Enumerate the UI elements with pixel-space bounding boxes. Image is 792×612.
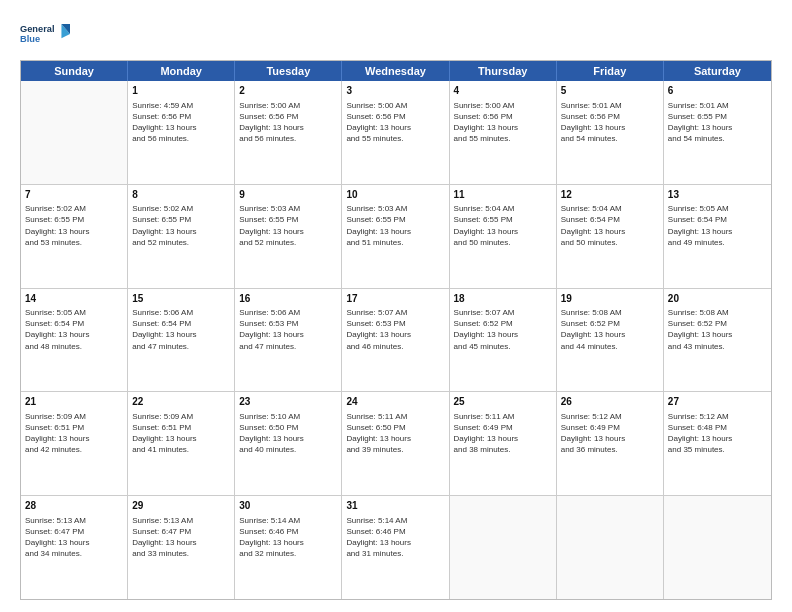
day-info: Sunrise: 5:09 AM Sunset: 6:51 PM Dayligh…: [25, 411, 123, 456]
calendar-cell: 13Sunrise: 5:05 AM Sunset: 6:54 PM Dayli…: [664, 185, 771, 288]
day-number: 7: [25, 188, 123, 202]
calendar-body: 1Sunrise: 4:59 AM Sunset: 6:56 PM Daylig…: [21, 81, 771, 599]
calendar-week: 28Sunrise: 5:13 AM Sunset: 6:47 PM Dayli…: [21, 496, 771, 599]
day-number: 13: [668, 188, 767, 202]
day-number: 27: [668, 395, 767, 409]
calendar-cell: 3Sunrise: 5:00 AM Sunset: 6:56 PM Daylig…: [342, 81, 449, 184]
calendar-cell: 23Sunrise: 5:10 AM Sunset: 6:50 PM Dayli…: [235, 392, 342, 495]
day-number: 19: [561, 292, 659, 306]
svg-text:Blue: Blue: [20, 34, 40, 44]
calendar-cell: 27Sunrise: 5:12 AM Sunset: 6:48 PM Dayli…: [664, 392, 771, 495]
day-info: Sunrise: 5:13 AM Sunset: 6:47 PM Dayligh…: [132, 515, 230, 560]
calendar-cell: 15Sunrise: 5:06 AM Sunset: 6:54 PM Dayli…: [128, 289, 235, 392]
day-info: Sunrise: 5:00 AM Sunset: 6:56 PM Dayligh…: [346, 100, 444, 145]
day-info: Sunrise: 5:01 AM Sunset: 6:55 PM Dayligh…: [668, 100, 767, 145]
calendar-cell: 8Sunrise: 5:02 AM Sunset: 6:55 PM Daylig…: [128, 185, 235, 288]
calendar-week: 7Sunrise: 5:02 AM Sunset: 6:55 PM Daylig…: [21, 185, 771, 289]
day-info: Sunrise: 5:05 AM Sunset: 6:54 PM Dayligh…: [668, 203, 767, 248]
calendar-cell: 21Sunrise: 5:09 AM Sunset: 6:51 PM Dayli…: [21, 392, 128, 495]
calendar-header-cell: Wednesday: [342, 61, 449, 81]
calendar-cell: 19Sunrise: 5:08 AM Sunset: 6:52 PM Dayli…: [557, 289, 664, 392]
calendar-cell: 25Sunrise: 5:11 AM Sunset: 6:49 PM Dayli…: [450, 392, 557, 495]
calendar-cell: 14Sunrise: 5:05 AM Sunset: 6:54 PM Dayli…: [21, 289, 128, 392]
calendar-cell: 22Sunrise: 5:09 AM Sunset: 6:51 PM Dayli…: [128, 392, 235, 495]
calendar-cell: 18Sunrise: 5:07 AM Sunset: 6:52 PM Dayli…: [450, 289, 557, 392]
calendar-cell: 2Sunrise: 5:00 AM Sunset: 6:56 PM Daylig…: [235, 81, 342, 184]
calendar-container: SundayMondayTuesdayWednesdayThursdayFrid…: [20, 60, 772, 600]
day-number: 2: [239, 84, 337, 98]
calendar-header-cell: Thursday: [450, 61, 557, 81]
calendar-header-cell: Saturday: [664, 61, 771, 81]
calendar-cell: 26Sunrise: 5:12 AM Sunset: 6:49 PM Dayli…: [557, 392, 664, 495]
day-info: Sunrise: 5:12 AM Sunset: 6:49 PM Dayligh…: [561, 411, 659, 456]
calendar-week: 21Sunrise: 5:09 AM Sunset: 6:51 PM Dayli…: [21, 392, 771, 496]
header: General Blue: [20, 16, 772, 52]
day-info: Sunrise: 5:00 AM Sunset: 6:56 PM Dayligh…: [454, 100, 552, 145]
day-number: 24: [346, 395, 444, 409]
day-info: Sunrise: 5:13 AM Sunset: 6:47 PM Dayligh…: [25, 515, 123, 560]
calendar-cell: 10Sunrise: 5:03 AM Sunset: 6:55 PM Dayli…: [342, 185, 449, 288]
day-info: Sunrise: 5:08 AM Sunset: 6:52 PM Dayligh…: [668, 307, 767, 352]
day-number: 12: [561, 188, 659, 202]
day-info: Sunrise: 5:06 AM Sunset: 6:53 PM Dayligh…: [239, 307, 337, 352]
calendar-header-cell: Friday: [557, 61, 664, 81]
calendar-week: 1Sunrise: 4:59 AM Sunset: 6:56 PM Daylig…: [21, 81, 771, 185]
day-info: Sunrise: 5:08 AM Sunset: 6:52 PM Dayligh…: [561, 307, 659, 352]
logo-svg: General Blue: [20, 16, 70, 52]
day-info: Sunrise: 5:07 AM Sunset: 6:53 PM Dayligh…: [346, 307, 444, 352]
day-info: Sunrise: 5:09 AM Sunset: 6:51 PM Dayligh…: [132, 411, 230, 456]
day-info: Sunrise: 5:04 AM Sunset: 6:54 PM Dayligh…: [561, 203, 659, 248]
day-info: Sunrise: 5:07 AM Sunset: 6:52 PM Dayligh…: [454, 307, 552, 352]
day-number: 11: [454, 188, 552, 202]
day-number: 8: [132, 188, 230, 202]
calendar-cell: 4Sunrise: 5:00 AM Sunset: 6:56 PM Daylig…: [450, 81, 557, 184]
calendar-cell: 28Sunrise: 5:13 AM Sunset: 6:47 PM Dayli…: [21, 496, 128, 599]
calendar-cell: 1Sunrise: 4:59 AM Sunset: 6:56 PM Daylig…: [128, 81, 235, 184]
calendar-cell: 31Sunrise: 5:14 AM Sunset: 6:46 PM Dayli…: [342, 496, 449, 599]
calendar-cell: [664, 496, 771, 599]
calendar-cell: 9Sunrise: 5:03 AM Sunset: 6:55 PM Daylig…: [235, 185, 342, 288]
day-info: Sunrise: 5:01 AM Sunset: 6:56 PM Dayligh…: [561, 100, 659, 145]
calendar-cell: 11Sunrise: 5:04 AM Sunset: 6:55 PM Dayli…: [450, 185, 557, 288]
calendar-cell: 17Sunrise: 5:07 AM Sunset: 6:53 PM Dayli…: [342, 289, 449, 392]
calendar-cell: [557, 496, 664, 599]
day-info: Sunrise: 5:10 AM Sunset: 6:50 PM Dayligh…: [239, 411, 337, 456]
day-number: 14: [25, 292, 123, 306]
day-info: Sunrise: 5:11 AM Sunset: 6:50 PM Dayligh…: [346, 411, 444, 456]
calendar-cell: 6Sunrise: 5:01 AM Sunset: 6:55 PM Daylig…: [664, 81, 771, 184]
calendar-cell: 20Sunrise: 5:08 AM Sunset: 6:52 PM Dayli…: [664, 289, 771, 392]
calendar-cell: 29Sunrise: 5:13 AM Sunset: 6:47 PM Dayli…: [128, 496, 235, 599]
day-number: 10: [346, 188, 444, 202]
calendar-header: SundayMondayTuesdayWednesdayThursdayFrid…: [21, 61, 771, 81]
calendar-cell: 24Sunrise: 5:11 AM Sunset: 6:50 PM Dayli…: [342, 392, 449, 495]
day-number: 23: [239, 395, 337, 409]
day-info: Sunrise: 5:14 AM Sunset: 6:46 PM Dayligh…: [239, 515, 337, 560]
day-number: 5: [561, 84, 659, 98]
day-number: 18: [454, 292, 552, 306]
calendar-cell: 12Sunrise: 5:04 AM Sunset: 6:54 PM Dayli…: [557, 185, 664, 288]
day-number: 26: [561, 395, 659, 409]
day-info: Sunrise: 5:06 AM Sunset: 6:54 PM Dayligh…: [132, 307, 230, 352]
day-number: 25: [454, 395, 552, 409]
page: General Blue SundayMondayTuesdayWednesda…: [0, 0, 792, 612]
day-info: Sunrise: 5:11 AM Sunset: 6:49 PM Dayligh…: [454, 411, 552, 456]
day-number: 6: [668, 84, 767, 98]
day-number: 1: [132, 84, 230, 98]
day-number: 20: [668, 292, 767, 306]
calendar-cell: 5Sunrise: 5:01 AM Sunset: 6:56 PM Daylig…: [557, 81, 664, 184]
day-number: 31: [346, 499, 444, 513]
day-info: Sunrise: 5:03 AM Sunset: 6:55 PM Dayligh…: [239, 203, 337, 248]
day-number: 4: [454, 84, 552, 98]
day-number: 30: [239, 499, 337, 513]
day-info: Sunrise: 5:12 AM Sunset: 6:48 PM Dayligh…: [668, 411, 767, 456]
day-info: Sunrise: 5:03 AM Sunset: 6:55 PM Dayligh…: [346, 203, 444, 248]
day-info: Sunrise: 5:14 AM Sunset: 6:46 PM Dayligh…: [346, 515, 444, 560]
calendar-cell: 7Sunrise: 5:02 AM Sunset: 6:55 PM Daylig…: [21, 185, 128, 288]
day-number: 17: [346, 292, 444, 306]
calendar-header-cell: Sunday: [21, 61, 128, 81]
calendar-cell: [450, 496, 557, 599]
calendar-cell: 30Sunrise: 5:14 AM Sunset: 6:46 PM Dayli…: [235, 496, 342, 599]
day-number: 22: [132, 395, 230, 409]
calendar-header-cell: Monday: [128, 61, 235, 81]
day-number: 29: [132, 499, 230, 513]
